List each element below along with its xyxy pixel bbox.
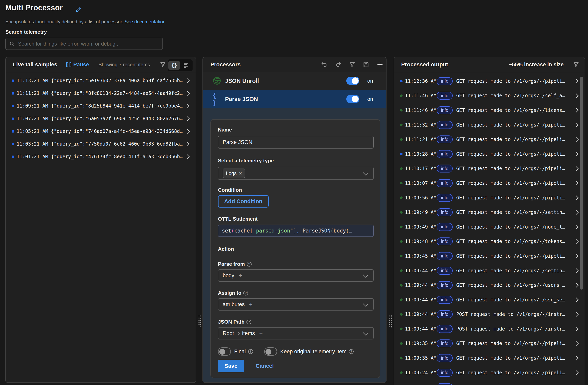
processors-title: Processors bbox=[210, 61, 241, 68]
list-item[interactable]: 11:09:35 AMinfoGET request made to /v1/o… bbox=[394, 351, 585, 365]
list-view-button[interactable] bbox=[180, 61, 192, 70]
list-item[interactable]: 11:09:35 AMinfoGET request made to /v1/o… bbox=[394, 336, 585, 351]
list-item[interactable]: 11:05:21 AM {"query_id":"746ad07a-a4fc-4… bbox=[6, 125, 196, 138]
list-item[interactable]: 11:09:24 AMinfoGET request made to /v1/o… bbox=[394, 380, 585, 385]
list-item[interactable]: 11:10:07 AMinfoGET request made to /v1/o… bbox=[394, 176, 585, 190]
code-token: ( bbox=[231, 228, 234, 234]
name-input[interactable] bbox=[218, 136, 374, 148]
help-icon[interactable] bbox=[247, 320, 251, 324]
list-item[interactable]: 11:09:49 AMinfoGET request made to /v1/o… bbox=[394, 220, 585, 234]
processor-row-parse-json[interactable]: Parse JSON on bbox=[203, 90, 386, 108]
help-icon[interactable] bbox=[243, 291, 248, 296]
save-button[interactable]: Save bbox=[218, 360, 244, 372]
list-item[interactable]: 11:09:44 AMinfoGET request made to /v1/o… bbox=[394, 278, 585, 292]
label-text: Keep original telemetry item bbox=[280, 348, 347, 355]
list-item[interactable]: 11:09:49 AMinfoGET request made to /v1/o… bbox=[394, 205, 585, 220]
save-snapshot-icon[interactable] bbox=[363, 61, 369, 68]
edit-pencil-icon[interactable] bbox=[76, 6, 82, 12]
level-badge: info bbox=[437, 121, 453, 129]
cancel-button[interactable]: Cancel bbox=[254, 360, 275, 372]
list-item[interactable]: 11:10:17 AMinfoGET request made to /v1/o… bbox=[394, 162, 585, 176]
log-message: GET request made to /v1/orgs/-/pipeli… bbox=[456, 151, 565, 157]
assign-to-dropdown[interactable]: attributes bbox=[218, 298, 374, 310]
list-item[interactable]: 11:13:21 AM {"query_id":"5e193602-378a-4… bbox=[6, 74, 196, 87]
final-toggle[interactable] bbox=[218, 347, 231, 356]
log-time: 11:09:44 AM bbox=[405, 326, 437, 332]
list-item[interactable]: 11:09:21 AM {"query_id":"8d25b844-941e-4… bbox=[6, 100, 196, 112]
level-badge: info bbox=[437, 340, 453, 347]
parse-from-dropdown[interactable]: body bbox=[218, 269, 374, 282]
list-item[interactable]: 11:09:44 AMinfoPOST request made to /v1/… bbox=[394, 307, 585, 322]
list-item[interactable]: 11:09:48 AMinfoGET request made to /v1/o… bbox=[394, 234, 585, 249]
level-badge: info bbox=[437, 208, 453, 216]
list-item[interactable]: 11:09:44 AMinfoGET request made to /v1/o… bbox=[394, 292, 585, 307]
list-item[interactable]: 11:10:28 AMinfoGET request made to /v1/o… bbox=[394, 147, 585, 162]
chevron-right-icon bbox=[185, 142, 189, 146]
list-item[interactable]: 11:09:45 AMinfoGET request made to /v1/o… bbox=[394, 249, 585, 263]
remove-chip-icon[interactable] bbox=[239, 171, 242, 176]
scrollbar-thumb[interactable] bbox=[580, 77, 583, 289]
list-item[interactable]: 11:11:21 AMinfoGET request made to /v1/o… bbox=[394, 132, 585, 147]
see-documentation-link[interactable]: See documentation. bbox=[125, 19, 167, 24]
list-item[interactable]: 11:09:56 AMinfoGET request made to /v1/o… bbox=[394, 190, 585, 205]
status-dot bbox=[400, 211, 402, 214]
log-text: 11:07:21 AM {"query_id":"6a053a2f-6909-4… bbox=[17, 116, 183, 122]
add-condition-button[interactable]: Add Condition bbox=[218, 195, 269, 207]
parse-from-label: Parse from bbox=[218, 261, 252, 267]
processed-output-list: 11:12:36 AMinfoGET request made to /v1/o… bbox=[394, 74, 585, 385]
redo-icon[interactable] bbox=[335, 61, 342, 68]
list-item[interactable]: 11:11:32 AMinfoGET request made to /v1/o… bbox=[394, 118, 585, 132]
chevron-right-icon bbox=[574, 341, 579, 346]
panel-resize-handle[interactable] bbox=[198, 315, 202, 328]
toggle-state-label: on bbox=[367, 96, 373, 102]
filter-icon[interactable] bbox=[573, 61, 579, 67]
panel-resize-handle[interactable] bbox=[389, 315, 392, 328]
help-icon[interactable] bbox=[248, 349, 253, 354]
final-label: Final bbox=[234, 348, 253, 355]
level-badge: info bbox=[437, 354, 453, 362]
status-dot bbox=[12, 105, 14, 107]
help-icon[interactable] bbox=[349, 349, 354, 354]
filter-icon[interactable] bbox=[349, 61, 355, 67]
status-dot bbox=[400, 255, 402, 257]
search-input[interactable] bbox=[18, 41, 159, 47]
help-icon[interactable] bbox=[247, 262, 252, 266]
keep-original-toggle[interactable] bbox=[264, 347, 277, 356]
list-item[interactable]: 11:09:44 AMinfoPOST request made to /v1/… bbox=[394, 322, 585, 336]
add-path-icon[interactable] bbox=[259, 330, 263, 336]
add-path-icon[interactable] bbox=[249, 302, 252, 307]
json-path-dropdown[interactable]: Root items bbox=[218, 327, 374, 340]
list-item[interactable]: 11:09:24 AMinfoGET request made to /v1/o… bbox=[394, 365, 585, 380]
add-processor-icon[interactable] bbox=[377, 61, 383, 68]
processor-toggle[interactable] bbox=[346, 95, 359, 103]
list-item[interactable]: 11:09:44 AMinfoGET request made to /v1/o… bbox=[394, 263, 585, 278]
search-box[interactable] bbox=[5, 38, 163, 50]
processor-row-json-unroll[interactable]: JSON Unroll on bbox=[203, 72, 386, 90]
json-view-button[interactable] bbox=[168, 61, 180, 70]
log-time: 11:09:44 AM bbox=[405, 297, 437, 303]
telemetry-type-dropdown[interactable]: Logs bbox=[218, 167, 374, 180]
filter-icon[interactable] bbox=[160, 61, 166, 67]
list-item[interactable]: 11:11:46 AMinfoGET request made to /v1/o… bbox=[394, 88, 585, 103]
level-badge: info bbox=[437, 92, 453, 100]
list-item[interactable]: 11:11:21 AM {"query_id":"8fc80134-22e7-4… bbox=[6, 87, 196, 100]
processor-name: Parse JSON bbox=[225, 96, 258, 102]
chevron-right-icon bbox=[574, 224, 579, 229]
processor-toggle[interactable] bbox=[346, 77, 359, 85]
pause-button[interactable]: Pause bbox=[65, 61, 90, 68]
level-badge: info bbox=[437, 150, 453, 158]
log-message: GET request made to /v1/orgs/-/pipeli… bbox=[456, 166, 565, 171]
ottl-statement-code[interactable]: set(cache["parsed-json"], ParseJSON(body… bbox=[218, 224, 374, 237]
status-dot bbox=[400, 299, 402, 301]
add-path-icon[interactable] bbox=[239, 272, 242, 279]
undo-icon[interactable] bbox=[321, 61, 328, 68]
list-item[interactable]: 11:03:21 AM {"query_id":"7750da07-6c62-4… bbox=[6, 138, 196, 150]
list-item[interactable]: 11:11:46 AMinfoGET request made to /v1/o… bbox=[394, 103, 585, 118]
list-item[interactable]: 11:12:36 AMinfoGET request made to /v1/o… bbox=[394, 74, 585, 88]
log-message: GET request made to /v1/orgs/-/pipeli… bbox=[456, 195, 565, 201]
log-message: GET request made to /v1/orgs/-/self_a… bbox=[456, 93, 565, 99]
status-dot bbox=[400, 269, 402, 272]
log-message: GET request made to /v1/orgs/-/pipeli… bbox=[456, 79, 565, 84]
list-item[interactable]: 11:07:21 AM {"query_id":"6a053a2f-6909-4… bbox=[6, 112, 196, 125]
list-item[interactable]: 11:01:21 AM {"query_id":"476174fc-8ee0-4… bbox=[6, 150, 196, 163]
